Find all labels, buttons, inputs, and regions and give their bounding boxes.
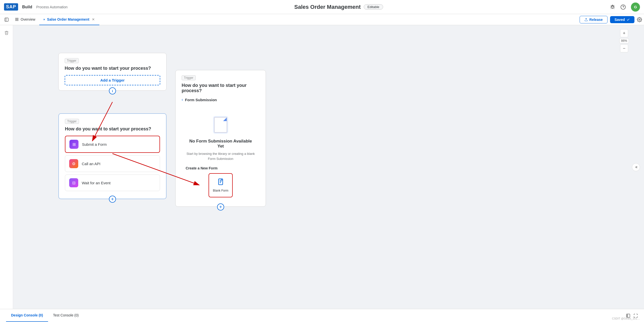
info-icon-1: i xyxy=(109,87,116,94)
trigger-question-3: How do you want to start your process? xyxy=(182,83,260,93)
editable-badge: Editable xyxy=(364,4,383,10)
collapse-panel-button[interactable] xyxy=(632,163,640,171)
event-icon: ⊟ xyxy=(69,178,78,187)
blank-form-icon xyxy=(217,178,224,187)
tab-active-label: Salse Order Management xyxy=(47,17,89,21)
option-wait-event[interactable]: ⊟ Wait for an Event xyxy=(65,174,160,191)
no-form-title: No Form Submission Available Yet xyxy=(186,139,256,149)
sap-logo: SAP xyxy=(4,3,18,11)
trigger-card-3: Trigger How do you want to start your pr… xyxy=(175,70,266,207)
page-title: Sales Order Management xyxy=(294,4,361,10)
trigger-label-1: Trigger xyxy=(65,58,79,63)
app-name: Build xyxy=(22,5,32,9)
doc-foreground xyxy=(214,117,227,133)
add-trigger-button[interactable]: Add a Trigger xyxy=(65,75,160,85)
option-form-label: Submit a Form xyxy=(82,142,107,147)
tab-bar: Overview » Salse Order Management ✕ Rele… xyxy=(0,14,644,25)
chevron-left-icon[interactable]: ‹ xyxy=(182,97,183,102)
svg-rect-4 xyxy=(5,18,8,21)
test-console-tab[interactable]: Test Console (0) xyxy=(48,309,84,322)
svg-rect-8 xyxy=(17,20,18,21)
option-event-label: Wait for an Event xyxy=(82,181,111,185)
trigger-label-2: Trigger xyxy=(65,119,79,124)
option-call-api[interactable]: ⚙ Call an API xyxy=(65,155,160,172)
app-sub: Process Automation xyxy=(36,5,68,9)
form-icon: ⊞ xyxy=(69,140,78,149)
form-submission-header: ‹ Form Submission xyxy=(182,97,260,102)
plus-icon-card2[interactable]: + xyxy=(109,196,116,203)
main-area: Trigger How do you want to start your pr… xyxy=(0,25,644,309)
release-button[interactable]: Release xyxy=(580,16,608,23)
saved-label: Saved xyxy=(615,18,625,22)
svg-rect-6 xyxy=(17,18,18,19)
trigger-card-1: Trigger How do you want to start your pr… xyxy=(58,53,167,91)
help-icon[interactable] xyxy=(620,4,626,10)
saved-button[interactable]: Saved xyxy=(610,16,634,23)
zoom-level: 86% xyxy=(619,38,629,43)
tab-active[interactable]: » Salse Order Management ✕ xyxy=(39,14,99,25)
watermark: CSDIT @Geals_101… xyxy=(612,317,640,320)
create-new-form-label: Create a New Form xyxy=(186,166,218,170)
plus-icon-card3[interactable]: + xyxy=(217,203,224,210)
form-submission-label: Form Submission xyxy=(185,98,217,102)
settings-icon[interactable] xyxy=(637,17,642,22)
canvas-area: Trigger How do you want to start your pr… xyxy=(13,25,644,309)
option-api-label: Call an API xyxy=(82,162,100,166)
left-sidebar xyxy=(0,25,13,309)
zoom-out-button[interactable]: − xyxy=(620,44,628,52)
no-form-subtitle: Start by browsing the library or creatin… xyxy=(186,151,256,161)
top-header: SAP Build Process Automation Sales Order… xyxy=(0,0,644,14)
notification-icon[interactable] xyxy=(610,4,615,10)
svg-point-10 xyxy=(639,19,640,20)
api-icon: ⚙ xyxy=(69,159,78,168)
doc-corner xyxy=(223,118,227,121)
blank-form-button[interactable]: Blank Form xyxy=(209,173,233,197)
design-console-label: Design Console (0) xyxy=(11,313,43,317)
delete-icon[interactable] xyxy=(2,28,11,37)
trigger-question-1: How do you want to start your process? xyxy=(65,66,160,71)
zoom-in-button[interactable]: + xyxy=(620,29,628,37)
tab-right-actions: Release Saved xyxy=(580,16,642,23)
svg-rect-5 xyxy=(16,18,17,19)
trigger-question-2: How do you want to start your process? xyxy=(65,126,160,132)
no-form-area: No Form Submission Available Yet Start b… xyxy=(182,106,260,201)
header-icons: G xyxy=(610,3,640,12)
svg-rect-7 xyxy=(16,20,17,21)
header-center: Sales Order Management Editable xyxy=(71,4,607,10)
bottom-bar: Design Console (0) Test Console (0) CSDI… xyxy=(0,309,644,322)
trigger-label-3: Trigger xyxy=(182,75,196,80)
tab-overview-label: Overview xyxy=(21,17,35,21)
tab-active-icon: » xyxy=(43,18,45,21)
option-submit-form[interactable]: ⊞ Submit a Form xyxy=(65,136,160,153)
sidebar-toggle-btn[interactable] xyxy=(2,15,11,24)
document-icon xyxy=(211,111,231,134)
trigger-card-2: Trigger How do you want to start your pr… xyxy=(58,113,167,199)
tab-close-btn[interactable]: ✕ xyxy=(91,18,95,21)
design-console-tab[interactable]: Design Console (0) xyxy=(6,309,48,322)
tab-overview[interactable]: Overview xyxy=(11,14,39,25)
test-console-label: Test Console (0) xyxy=(53,313,79,317)
zoom-controls: + 86% − xyxy=(619,29,629,52)
avatar[interactable]: G xyxy=(631,3,640,12)
blank-form-text: Blank Form xyxy=(213,189,228,192)
release-label: Release xyxy=(589,18,603,22)
